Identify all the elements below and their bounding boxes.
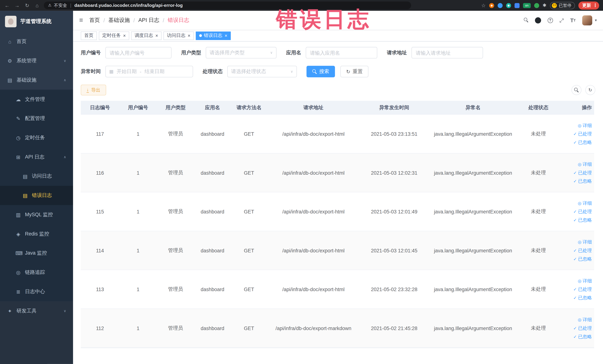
date-range-picker[interactable]: 开始日期 - 结束日期 <box>105 66 193 77</box>
action-processed[interactable]: 已处理 <box>573 325 592 331</box>
search-icon[interactable] <box>524 18 528 23</box>
reset-button[interactable]: 重置 <box>340 66 368 77</box>
address-bar[interactable]: 不安全 | dashboard.yudao.iocoder.cn/infra/l… <box>44 1 411 9</box>
browser-home-icon[interactable] <box>34 3 40 8</box>
sidebar-item-cron-jobs[interactable]: 定时任务 <box>0 128 73 147</box>
column-header-request-url: 请求地址 <box>267 104 359 111</box>
extension-icon-1[interactable] <box>489 3 494 8</box>
sidebar-item-api-log[interactable]: API 日志 <box>0 147 73 167</box>
tab-label: 首页 <box>84 32 93 39</box>
action-detail[interactable]: 详细 <box>578 239 592 245</box>
toggle-search-button[interactable] <box>571 85 581 95</box>
close-icon[interactable]: × <box>155 33 158 38</box>
process-status-select[interactable]: 请选择处理状态 <box>227 66 297 77</box>
action-processed[interactable]: 已处理 <box>573 169 592 176</box>
extension-icon-4[interactable] <box>534 3 539 8</box>
extensions-puzzle-icon[interactable] <box>515 3 520 8</box>
security-label: 不安全 <box>54 2 67 8</box>
table-row: 113 1 管理员 dashboard GET /api/infra/db-do… <box>81 270 594 309</box>
avatar-caret-icon[interactable] <box>595 18 597 22</box>
request-url-input[interactable] <box>412 47 483 59</box>
user-id-input[interactable] <box>105 47 172 59</box>
action-ignored[interactable]: 已忽略 <box>573 256 592 262</box>
sidebar-item-error-log[interactable]: 错误日志 <box>0 186 73 205</box>
browser-back-icon[interactable] <box>4 3 10 8</box>
help-icon[interactable] <box>548 17 553 23</box>
browser-reload-icon[interactable] <box>24 3 30 8</box>
sidebar-item-log-center[interactable]: 日志中心 <box>0 282 73 301</box>
font-size-icon[interactable]: TT <box>570 17 576 23</box>
cell-exception-time: 2021-05-03 23:13:51 <box>359 131 429 137</box>
check-icon <box>573 218 577 222</box>
user-type-select[interactable]: 请选择用户类型 <box>206 47 277 59</box>
date-range-separator: - <box>140 69 141 74</box>
browser-update-button[interactable]: 更新 <box>578 1 599 10</box>
extension-paw-icon[interactable] <box>543 3 546 8</box>
sidebar-item-mysql-monitor[interactable]: MySQL 监控 <box>0 205 73 224</box>
breadcrumb-infra[interactable]: 基础设施 <box>108 17 130 23</box>
tab-cron-jobs[interactable]: 定时任务 × <box>99 31 129 40</box>
table-body: 117 1 管理员 dashboard GET /api/infra/db-do… <box>81 115 594 348</box>
action-processed[interactable]: 已处理 <box>573 286 592 293</box>
action-detail[interactable]: 详细 <box>578 161 592 167</box>
sidebar-item-link-trace[interactable]: 链路追踪 <box>0 263 73 282</box>
hamburger-icon[interactable] <box>79 17 83 23</box>
cell-log-id: 112 <box>81 325 119 331</box>
app-logo[interactable]: 芋道管理系统 <box>0 11 73 32</box>
breadcrumb-home[interactable]: 首页 <box>89 17 100 23</box>
tab-home[interactable]: 首页 <box>81 31 97 40</box>
action-ignored[interactable]: 已忽略 <box>573 139 592 146</box>
app-name-input[interactable] <box>306 47 377 59</box>
action-ignored[interactable]: 已忽略 <box>573 294 592 301</box>
action-detail[interactable]: 详细 <box>578 200 592 206</box>
filter-row-2: 异常时间 开始日期 - 结束日期 处理状态 请选择处理状态 <box>81 66 595 77</box>
export-button[interactable]: 导出 <box>81 84 106 95</box>
sidebar-item-file-manage[interactable]: 文件管理 <box>0 90 73 109</box>
close-icon[interactable]: × <box>225 33 227 38</box>
action-processed[interactable]: 已处理 <box>573 208 592 215</box>
filter-exception-time: 异常时间 开始日期 - 结束日期 <box>81 66 193 77</box>
action-processed[interactable]: 已处理 <box>573 247 592 254</box>
github-icon[interactable] <box>535 17 541 23</box>
close-icon[interactable]: × <box>123 33 126 38</box>
sidebar-item-home[interactable]: 首页 <box>0 32 73 51</box>
sidebar-item-access-log[interactable]: 访问日志 <box>0 166 73 186</box>
sidebar-item-system[interactable]: 系统管理 <box>0 51 73 70</box>
sidebar-item-redis-monitor[interactable]: Redis 监控 <box>0 224 73 244</box>
search-button[interactable]: 搜索 <box>306 66 335 77</box>
extension-icon-3[interactable] <box>506 3 511 8</box>
breadcrumb-api-log[interactable]: API 日志 <box>138 17 159 23</box>
extension-on-badge[interactable]: on <box>523 3 531 8</box>
error-log-table: 日志编号 用户编号 用户类型 应用名 请求方法名 请求地址 异常发生时间 异常名… <box>81 101 594 348</box>
top-navbar: 首页 / 基础设施 / API 日志 / 错误日志 TT <box>73 11 603 30</box>
chevron-down-icon <box>270 51 273 55</box>
extension-icon-2[interactable] <box>498 3 502 8</box>
refresh-table-button[interactable] <box>585 85 595 95</box>
action-detail[interactable]: 详细 <box>578 278 592 284</box>
tab-access-log[interactable]: 访问日志 × <box>163 31 194 40</box>
paused-badge[interactable]: 已暂停 <box>550 2 575 9</box>
tab-error-log[interactable]: 错误日志 × <box>196 31 231 40</box>
sidebar-item-infra[interactable]: 基础设施 <box>0 70 73 90</box>
update-label: 更新 <box>582 2 591 8</box>
sidebar-item-label: API 日志 <box>25 153 45 160</box>
action-ignored[interactable]: 已忽略 <box>573 217 592 223</box>
action-detail[interactable]: 详细 <box>578 316 592 323</box>
bookmark-star-icon[interactable] <box>481 3 486 8</box>
tab-schedule-log[interactable]: 调度日志 × <box>131 31 162 40</box>
browser-forward-icon[interactable] <box>14 3 20 8</box>
select-placeholder: 请选择处理状态 <box>231 68 266 75</box>
sidebar-item-java-monitor[interactable]: Java 监控 <box>0 244 73 263</box>
close-icon[interactable]: × <box>188 33 190 38</box>
table-tools <box>571 85 595 95</box>
table-row: 116 1 管理员 dashboard GET /api/infra/db-do… <box>81 153 594 192</box>
action-ignored[interactable]: 已忽略 <box>573 178 592 185</box>
sidebar-item-devtools[interactable]: 研发工具 <box>0 301 73 320</box>
user-avatar[interactable] <box>582 15 592 25</box>
sidebar-item-config-manage[interactable]: 配置管理 <box>0 109 73 128</box>
action-processed[interactable]: 已处理 <box>573 130 592 137</box>
fullscreen-icon[interactable] <box>559 17 564 23</box>
action-detail[interactable]: 详细 <box>578 122 592 129</box>
action-label: 已忽略 <box>578 333 592 340</box>
action-ignored[interactable]: 已忽略 <box>573 333 592 340</box>
